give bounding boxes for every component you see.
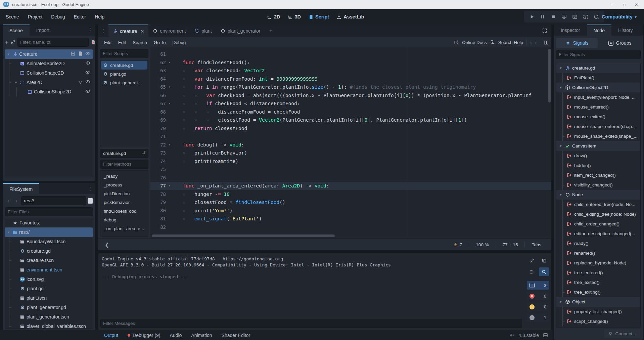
signal-item[interactable]: child_entered_tree(node: No... (556, 200, 640, 209)
line-number[interactable]: 66 (150, 91, 166, 100)
fold-chevron-icon[interactable]: ▾ (166, 83, 173, 91)
badge-all[interactable]: !3 (527, 281, 549, 290)
signal-item[interactable]: editor_description_changed(... (556, 229, 640, 239)
close-tab-icon[interactable]: ✕ (140, 29, 144, 34)
play-custom-scene-button[interactable] (582, 14, 590, 19)
line-number[interactable]: 73 (150, 149, 166, 157)
zoom-level[interactable]: 100 % (469, 241, 495, 248)
code-editor[interactable]: 6162▾func findClosestFood():63»var close… (150, 47, 551, 239)
menu-help[interactable]: Help (90, 14, 109, 19)
badge-warning[interactable]: !0 (527, 302, 549, 311)
bottom-tab-debugger-[interactable]: Debugger (9) (123, 333, 165, 338)
code-line[interactable]: 66»»var checkFood = abs(sqrt(((position.… (150, 91, 551, 100)
filesystem-filter-input[interactable] (8, 209, 78, 214)
script-item-plantgenerat[interactable]: ⚙plant_generat... (101, 78, 147, 87)
signal-item[interactable]: hidden() (556, 161, 640, 170)
remote-debug-button[interactable] (560, 14, 568, 19)
collapse-chevron-icon[interactable]: ▾ (558, 85, 563, 90)
subtab-signals[interactable]: Signals (556, 38, 598, 48)
filesystem-menu-dots[interactable]: ⋮ (85, 183, 95, 194)
minimize-button[interactable]: ─ (612, 2, 615, 7)
line-number[interactable]: 63 (150, 67, 166, 75)
signal-class-object[interactable]: ▾Object (556, 297, 640, 307)
code-line[interactable]: 81»emit_signal('EatPlant') (150, 215, 551, 223)
subtab-groups[interactable]: Groups (599, 38, 641, 48)
script-tab-plant[interactable]: plant (190, 25, 216, 37)
scripts-panel-toggle[interactable] (544, 40, 549, 45)
script-tab-environment[interactable]: environment (148, 25, 190, 37)
online-docs-button[interactable]: Online Docs (462, 40, 487, 45)
signal-item[interactable]: script_changed() (556, 316, 640, 326)
line-number[interactable]: 68 (150, 108, 166, 116)
collapse-chevron-icon[interactable]: ▾ (6, 52, 11, 56)
scene-node-collisionshape2d[interactable]: CollisionShape2D (5, 68, 93, 78)
close-button[interactable]: ✕ (635, 2, 638, 7)
horizontal-scrollbar[interactable] (152, 235, 518, 237)
expand-bottom-panel-icon[interactable] (543, 333, 548, 338)
signal-item[interactable]: input_event(viewport: Node, ... (556, 92, 640, 102)
code-line[interactable]: 80»print('Yum!') (150, 207, 551, 215)
page-button[interactable] (78, 51, 83, 57)
line-number[interactable]: 71 (150, 132, 166, 141)
mute-speaker-icon[interactable] (509, 333, 514, 338)
file-plant-generator-tscn[interactable]: plant_generator.tscn (5, 312, 93, 322)
dock-tab-node[interactable]: Node (587, 25, 611, 36)
collapse-chevron-icon[interactable]: ▾ (558, 193, 563, 197)
script-tab-creature[interactable]: creature✕ (108, 25, 148, 37)
signal-item[interactable]: mouse_exited() (556, 112, 640, 122)
warnings-counter[interactable]: ⚠ 7 (447, 241, 469, 248)
sort-icon[interactable] (86, 210, 90, 214)
method-item-process[interactable]: _process (101, 180, 147, 189)
play-scene-button[interactable] (571, 14, 579, 19)
workspace-3d[interactable]: 3D (285, 13, 304, 21)
collapse-chevron-icon[interactable]: ▾ (558, 66, 563, 70)
signal-item[interactable]: tree_exited() (556, 278, 640, 287)
line-number[interactable]: 81 (150, 215, 166, 223)
menu-debug[interactable]: Debug (47, 14, 69, 19)
signal-item[interactable]: property_list_changed() (556, 307, 640, 316)
eye-button[interactable] (85, 70, 90, 76)
code-line[interactable]: 77▾func _on_plant_area_entered(area: Are… (150, 182, 551, 190)
signal-item[interactable]: item_rect_changed() (556, 170, 640, 180)
signal-item[interactable]: child_order_changed() (556, 219, 640, 229)
script-menu-debug[interactable]: Debug (169, 40, 189, 45)
copy-output-button[interactable] (539, 256, 549, 265)
line-number[interactable]: 65 (150, 83, 166, 91)
add-node-button[interactable]: + (5, 39, 8, 46)
tab-scene[interactable]: Scene (3, 25, 30, 36)
method-item-ready[interactable]: _ready (101, 172, 147, 180)
bottom-tab-audio[interactable]: Audio (165, 333, 187, 338)
collapse-chevron-icon[interactable]: ▾ (14, 80, 18, 85)
script-item-creaturegd[interactable]: ⚙creature.gd (101, 61, 147, 70)
search-messages-button[interactable] (539, 267, 549, 276)
nav-forward-button[interactable]: › (13, 198, 20, 204)
line-number[interactable]: 80 (150, 207, 166, 215)
signal-item[interactable]: ready() (556, 239, 640, 248)
movie-maker-button[interactable] (592, 14, 600, 19)
method-item-pickDirection[interactable]: pickDirection (101, 189, 147, 198)
code-line[interactable]: 63»var closestFood: Vector2 (150, 67, 551, 75)
file-plant-tscn[interactable]: plant.tscn (5, 293, 93, 303)
stop-button[interactable] (549, 14, 557, 19)
code-line[interactable]: 75 (150, 165, 551, 174)
code-line[interactable]: 82 (150, 223, 551, 231)
badge-error[interactable]: ×0 (527, 292, 549, 300)
collapse-sidebar-button[interactable]: ❮ (101, 242, 112, 248)
filter-scripts-input[interactable] (103, 51, 139, 56)
code-line[interactable]: 73»print(curBehavior) (150, 149, 551, 157)
filter-methods-input[interactable] (103, 162, 139, 167)
file-res-[interactable]: ▾res:// (5, 227, 93, 237)
workspace-2d[interactable]: 2D (264, 13, 283, 21)
file-icon-svg[interactable]: icon.svg (5, 274, 93, 284)
scene-node-area2d[interactable]: ▾Area2D (5, 78, 93, 87)
line-number[interactable]: 61 (150, 50, 166, 58)
signal-item[interactable]: EatPlant() (556, 73, 640, 83)
signal-item[interactable]: tree_exiting() (556, 287, 640, 297)
instance-button[interactable] (71, 51, 76, 57)
signal-item[interactable]: renamed() (556, 248, 640, 258)
dock-tab-history[interactable]: History (611, 25, 640, 36)
line-number[interactable]: 70 (150, 124, 166, 133)
method-sort-button[interactable] (140, 151, 147, 156)
clear-output-button[interactable] (527, 256, 537, 265)
pause-button[interactable] (539, 14, 547, 19)
